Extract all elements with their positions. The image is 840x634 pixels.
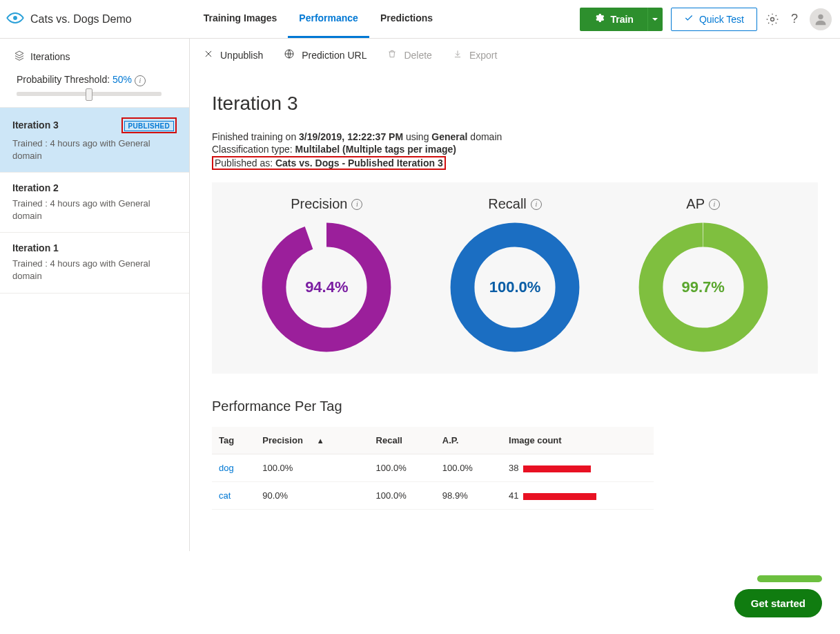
iteration-subtext: Trained : 4 hours ago with General domai… — [12, 137, 177, 162]
train-button[interactable]: Train — [580, 12, 647, 26]
svg-point-2 — [818, 14, 823, 19]
ap-donut: 99.7% — [638, 222, 769, 353]
training-finished-line: Finished training on 3/19/2019, 12:22:37… — [212, 131, 818, 142]
info-icon[interactable]: i — [135, 75, 146, 86]
prediction-url-label: Prediction URL — [302, 50, 367, 61]
check-icon — [684, 13, 694, 25]
col-precision[interactable]: Precision▲ — [255, 427, 369, 454]
iterations-label: Iterations — [30, 51, 70, 62]
prediction-url-button[interactable]: Prediction URL — [284, 48, 367, 61]
iteration-heading: Iteration 3 — [212, 93, 818, 115]
recall-donut: 100.0% — [449, 222, 580, 353]
published-as-label: Published as: — [215, 157, 275, 169]
tag-link-dog[interactable]: dog — [219, 463, 234, 473]
layers-icon — [14, 50, 25, 63]
help-icon[interactable]: ? — [788, 12, 801, 26]
performance-table: Tag Precision▲ Recall A.P. Image count d… — [212, 427, 654, 510]
iteration-subtext: Trained : 4 hours ago with General domai… — [12, 198, 177, 222]
quick-test-button[interactable]: Quick Test — [671, 8, 757, 31]
project-title: Cats vs. Dogs Demo — [30, 13, 132, 26]
cell-count: 38 — [502, 454, 654, 482]
train-button-group: Train — [580, 8, 662, 31]
delete-label: Delete — [404, 50, 431, 61]
globe-icon — [284, 48, 295, 61]
cell-precision: 100.0% — [255, 454, 369, 482]
precision-value: 94.4% — [261, 222, 392, 353]
iteration-subtext: Trained : 4 hours ago with General domai… — [12, 258, 177, 282]
settings-icon[interactable] — [765, 12, 779, 26]
export-label: Export — [469, 50, 497, 61]
threshold-slider[interactable] — [17, 92, 162, 96]
sort-asc-icon: ▲ — [317, 436, 324, 445]
tab-training-images[interactable]: Training Images — [193, 0, 289, 38]
published-badge: PUBLISHED — [124, 121, 174, 131]
app-header: Cats vs. Dogs Demo Training Images Perfo… — [0, 0, 840, 39]
published-as-name: Cats vs. Dogs - Published Iteration 3 — [275, 157, 443, 169]
export-button: Export — [453, 49, 497, 61]
perf-per-tag-heading: Performance Per Tag — [212, 398, 818, 414]
ap-metric: AP i 99.7% — [638, 196, 769, 353]
highlight-published-badge: PUBLISHED — [121, 117, 177, 133]
col-tag[interactable]: Tag — [212, 427, 255, 454]
svg-point-0 — [13, 16, 17, 20]
svg-point-1 — [771, 17, 774, 21]
iteration-item-3[interactable]: Iteration 3 PUBLISHED Trained : 4 hours … — [0, 107, 189, 172]
main-panel: Unpublish Prediction URL Delete Export I… — [190, 39, 840, 551]
metrics-panel: Precision i 94.4% Recall i 100.0% AP i — [212, 182, 818, 374]
train-button-label: Train — [610, 14, 633, 25]
col-image-count[interactable]: Image count — [502, 427, 654, 454]
iterations-header: Iterations — [0, 39, 189, 67]
download-icon — [453, 49, 462, 61]
ap-value: 99.7% — [638, 222, 769, 353]
iteration-toolbar: Unpublish Prediction URL Delete Export — [190, 39, 840, 72]
eye-icon — [6, 8, 25, 30]
precision-label: Precision — [291, 196, 347, 212]
unpublish-label: Unpublish — [220, 50, 263, 61]
quick-test-label: Quick Test — [699, 14, 744, 25]
recall-metric: Recall i 100.0% — [449, 196, 580, 353]
recall-label: Recall — [488, 196, 527, 212]
train-dropdown[interactable] — [647, 8, 663, 31]
cell-count: 41 — [502, 482, 654, 510]
header-actions: Train Quick Test ? — [580, 8, 832, 31]
precision-metric: Precision i 94.4% — [261, 196, 392, 353]
logo-area: Cats vs. Dogs Demo — [6, 8, 137, 30]
recall-value: 100.0% — [449, 222, 580, 353]
iteration-title: Iteration 2 — [12, 182, 59, 193]
cell-recall: 100.0% — [369, 482, 436, 510]
cell-ap: 98.9% — [436, 482, 502, 510]
sidebar: Iterations Probability Threshold: 50% i … — [0, 39, 190, 551]
info-icon[interactable]: i — [709, 199, 720, 210]
cell-recall: 100.0% — [369, 454, 436, 482]
user-avatar[interactable] — [810, 8, 832, 30]
cell-ap: 100.0% — [436, 454, 502, 482]
count-bar — [523, 493, 596, 500]
tab-predictions[interactable]: Predictions — [369, 0, 444, 38]
delete-button: Delete — [387, 49, 431, 61]
tab-performance[interactable]: Performance — [288, 0, 369, 38]
close-icon — [204, 49, 213, 61]
iteration-title: Iteration 3 — [12, 119, 59, 131]
col-ap[interactable]: A.P. — [436, 427, 502, 454]
ap-label: AP — [686, 196, 705, 212]
threshold-label: Probability Threshold: — [17, 74, 110, 85]
content-area: Iteration 3 Finished training on 3/19/20… — [190, 72, 840, 510]
col-recall[interactable]: Recall — [369, 427, 436, 454]
precision-donut: 94.4% — [261, 222, 392, 353]
info-icon[interactable]: i — [531, 199, 542, 210]
cell-precision: 90.0% — [255, 482, 369, 510]
iteration-item-2[interactable]: Iteration 2 Trained : 4 hours ago with G… — [0, 172, 189, 232]
classification-type-line: Classification type: Multilabel (Multipl… — [212, 144, 818, 155]
table-row: cat 90.0% 100.0% 98.9% 41 — [212, 482, 654, 510]
slider-thumb[interactable] — [86, 88, 92, 101]
threshold-block: Probability Threshold: 50% i — [0, 67, 189, 107]
info-icon[interactable]: i — [351, 199, 362, 210]
threshold-value: 50% — [113, 74, 132, 85]
count-bar — [523, 465, 591, 472]
iteration-item-1[interactable]: Iteration 1 Trained : 4 hours ago with G… — [0, 232, 189, 293]
trash-icon — [387, 49, 397, 61]
gear-icon — [594, 12, 605, 26]
tag-link-cat[interactable]: cat — [219, 490, 231, 501]
iteration-title: Iteration 1 — [12, 242, 59, 253]
unpublish-button[interactable]: Unpublish — [204, 49, 263, 61]
